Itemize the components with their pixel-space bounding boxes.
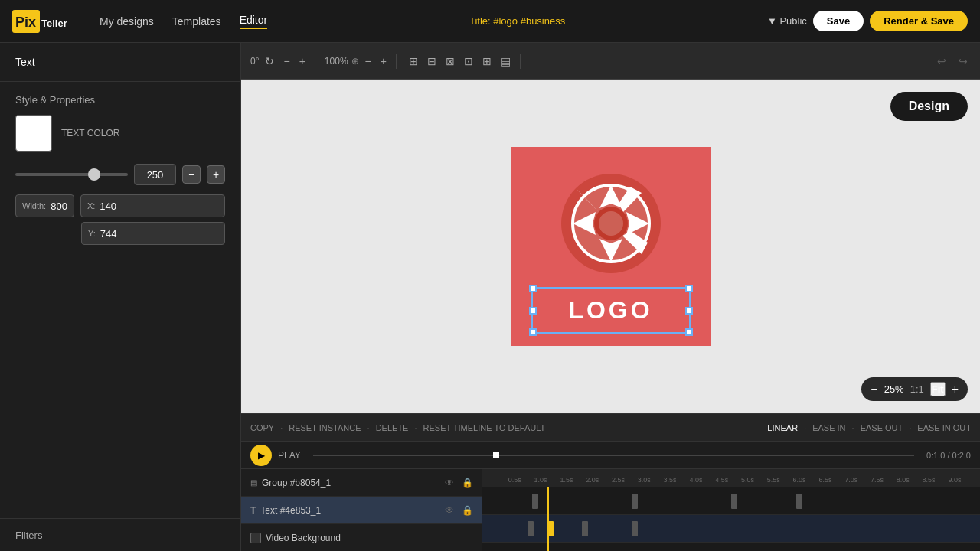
video-checkbox[interactable] xyxy=(250,533,261,543)
font-size-decrement[interactable]: − xyxy=(182,165,201,184)
rotation-value: 0° xyxy=(250,56,259,67)
nav-my-designs[interactable]: My designs xyxy=(100,15,154,28)
zoom-fit-btn[interactable]: Fit xyxy=(930,382,946,396)
timeline-cursor[interactable] xyxy=(493,452,499,458)
selection-handle-bl[interactable] xyxy=(529,328,537,336)
text-color-label: TEXT COLOR xyxy=(61,128,119,139)
design-canvas[interactable]: LOGO xyxy=(511,147,710,346)
track-labels: ▤ Group #b8054_1 👁 🔒 T Text #4e853_1 👁 � xyxy=(241,469,482,551)
track-label-group[interactable]: ▤ Group #b8054_1 👁 🔒 xyxy=(241,469,482,496)
undo-btn[interactable]: ↩ xyxy=(934,54,949,69)
selection-handle-tr[interactable] xyxy=(685,285,693,292)
rotate-minus-btn[interactable]: − xyxy=(280,54,292,69)
render-save-button[interactable]: Render & Save xyxy=(870,11,968,31)
canvas-area: 0° ↻ − + 100% ⊕ − + ⊞ ⊟ ⊠ ⊡ ⊞ ▤ xyxy=(241,43,980,413)
font-size-slider-track[interactable] xyxy=(15,173,128,176)
selection-handle-br[interactable] xyxy=(685,328,693,336)
ruler-marks-container: 0.5s1.0s1.5s2.0s2.5s3.0s3.5s4.0s4.5s5.0s… xyxy=(482,469,980,487)
zoom-out-btn[interactable]: − xyxy=(362,54,374,69)
zoom-plus-btn[interactable]: + xyxy=(952,383,959,396)
save-button[interactable]: Save xyxy=(813,11,864,31)
timeline: COPY · RESET INSTANCE · DELETE · RESET T… xyxy=(241,413,980,551)
text-section-title: Text xyxy=(15,56,35,68)
ruler-mark-5: 3.0s xyxy=(638,476,651,484)
nav-editor[interactable]: Editor xyxy=(240,14,268,29)
track-areas xyxy=(482,487,980,551)
y-label: Y: xyxy=(88,229,96,238)
track-row-text: T Text #4e853_1 👁 🔒 xyxy=(241,497,482,524)
rotate-plus-btn[interactable]: + xyxy=(296,54,309,69)
ease-in-easing[interactable]: EASE IN xyxy=(812,423,845,432)
text-keyframe-4[interactable] xyxy=(632,521,638,536)
width-field: Width: 800 xyxy=(15,194,74,217)
logo-svg: Pix Teller xyxy=(12,7,81,36)
public-button[interactable]: ▼ Public xyxy=(767,15,807,27)
zoom-minus-btn[interactable]: − xyxy=(871,383,877,396)
ruler-mark-4: 2.5s xyxy=(612,476,625,484)
font-size-slider-thumb[interactable] xyxy=(88,168,100,181)
group-visibility-icon[interactable]: 👁 xyxy=(445,478,454,488)
align-left-btn[interactable]: ⊞ xyxy=(406,54,421,69)
timeline-ruler: 0.5s1.0s1.5s2.0s2.5s3.0s3.5s4.0s4.5s5.0s… xyxy=(482,469,980,487)
logo-word-text: LOGO xyxy=(568,296,652,324)
logo[interactable]: Pix Teller xyxy=(12,7,81,36)
track-label-text[interactable]: T Text #4e853_1 👁 🔒 xyxy=(241,497,482,523)
ease-in-out-easing[interactable]: EASE IN OUT xyxy=(917,423,971,432)
reset-timeline-action[interactable]: RESET TIMELINE TO DEFAULT xyxy=(423,423,546,432)
text-keyframe-1[interactable] xyxy=(528,521,534,536)
reset-instance-action[interactable]: RESET INSTANCE xyxy=(289,423,361,432)
align-top-btn[interactable]: ⊞ xyxy=(479,54,495,69)
selection-handle-ml[interactable] xyxy=(529,307,537,315)
video-track-name: Video Background xyxy=(266,533,341,543)
group-lock-icon[interactable]: 🔒 xyxy=(462,478,473,488)
y-field: Y: 744 xyxy=(81,222,225,245)
ruler-mark-15: 8.0s xyxy=(897,476,910,484)
reset-rotation-btn[interactable]: ↻ xyxy=(262,54,277,69)
group-keyframe-3[interactable] xyxy=(731,494,737,509)
group-keyframe-4[interactable] xyxy=(796,494,802,509)
canvas-content: LOGO xyxy=(241,80,980,413)
text-visibility-icon[interactable]: 👁 xyxy=(445,505,454,516)
redo-btn[interactable]: ↪ xyxy=(956,54,971,69)
filters-section: Filters xyxy=(0,518,240,551)
text-track-name: Text #4e853_1 xyxy=(260,505,321,516)
delete-action[interactable]: DELETE xyxy=(376,423,409,432)
timeline-ruler-line[interactable] xyxy=(313,455,914,456)
svg-point-15 xyxy=(599,211,623,236)
track-row-group: ▤ Group #b8054_1 👁 🔒 xyxy=(241,469,482,497)
copy-action[interactable]: COPY xyxy=(250,423,274,432)
selection-handle-tl[interactable] xyxy=(529,285,537,292)
width-value: 800 xyxy=(51,201,67,212)
play-button[interactable]: ▶ xyxy=(250,445,272,466)
ease-out-easing[interactable]: EASE OUT xyxy=(861,423,903,432)
group-track-timeline[interactable] xyxy=(482,487,980,515)
text-color-swatch[interactable] xyxy=(15,115,52,152)
ruler-mark-13: 7.0s xyxy=(844,476,858,484)
text-keyframe-2[interactable] xyxy=(547,521,554,536)
track-label-video[interactable]: Video Background xyxy=(241,524,482,551)
logo-text-container[interactable]: LOGO xyxy=(531,287,691,334)
group-keyframe-2[interactable] xyxy=(632,494,638,509)
selection-handle-mr[interactable] xyxy=(685,307,693,315)
align-center-v-btn[interactable]: ⊠ xyxy=(443,54,458,69)
zoom-icon: ⊕ xyxy=(351,56,359,67)
font-size-input[interactable]: 250 xyxy=(134,164,176,185)
text-keyframe-3[interactable] xyxy=(582,521,588,536)
canvas-toolbar: 0° ↻ − + 100% ⊕ − + ⊞ ⊟ ⊠ ⊡ ⊞ ▤ xyxy=(241,43,980,80)
align-right-btn[interactable]: ⊡ xyxy=(461,54,476,69)
text-lock-icon[interactable]: 🔒 xyxy=(462,505,473,516)
width-label: Width: xyxy=(22,201,46,210)
video-track-timeline[interactable] xyxy=(482,543,980,551)
nav-templates[interactable]: Templates xyxy=(172,15,221,28)
track-timelines: 0.5s1.0s1.5s2.0s2.5s3.0s3.5s4.0s4.5s5.0s… xyxy=(482,469,980,551)
font-size-increment[interactable]: + xyxy=(207,165,225,184)
title-value: #logo #business xyxy=(493,15,565,27)
align-bottom-btn[interactable]: ▤ xyxy=(498,54,514,69)
group-keyframe-1[interactable] xyxy=(532,494,538,509)
text-track-timeline[interactable] xyxy=(482,515,980,543)
align-center-h-btn[interactable]: ⊟ xyxy=(424,54,439,69)
zoom-in-btn[interactable]: + xyxy=(377,54,390,69)
design-btn[interactable]: Design xyxy=(890,92,968,121)
nav-links: My designs Templates Editor xyxy=(100,14,267,29)
linear-easing[interactable]: LINEAR xyxy=(767,423,798,432)
